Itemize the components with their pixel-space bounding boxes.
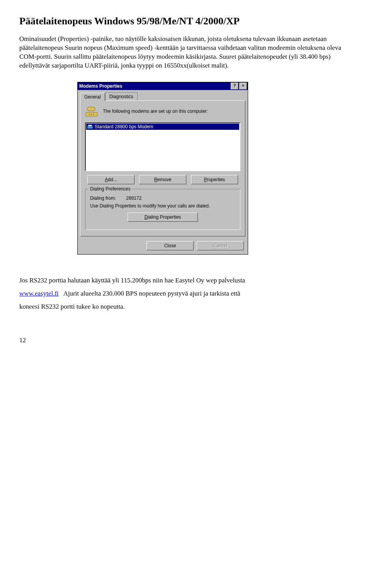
svg-point-4 xyxy=(93,114,94,115)
paragraph-2: Jos RS232 porttia halutaan käyttää yli 1… xyxy=(19,274,352,313)
list-item[interactable]: Standard 28800 bps Modem xyxy=(86,124,239,130)
dialog-bottom-buttons: Close Cancel xyxy=(78,239,248,254)
properties-button[interactable]: Properties xyxy=(191,175,238,184)
tab-general[interactable]: General xyxy=(80,93,105,101)
tab-diagnostics[interactable]: Diagnostics xyxy=(105,92,138,100)
page-heading: Päätelaitenopeus Windows 95/98/Me/NT 4/2… xyxy=(19,15,352,27)
tab-panel-general: The following modems are set up on this … xyxy=(80,100,245,236)
info-text: The following modems are set up on this … xyxy=(103,109,208,114)
svg-point-2 xyxy=(89,114,90,115)
modem-listbox[interactable]: Standard 28800 bps Modem xyxy=(85,122,240,171)
phone-icon xyxy=(85,105,98,118)
close-icon[interactable]: × xyxy=(239,83,247,90)
tab-row: General Diagnostics xyxy=(80,92,245,100)
remove-button[interactable]: Remove xyxy=(139,175,186,184)
add-button[interactable]: Add... xyxy=(87,175,134,184)
paragraph-1: Ominaisuudet (Properties) -painike, tuo … xyxy=(19,35,352,70)
dialog-titlebar[interactable]: Modems Properties ? × xyxy=(78,82,248,90)
dialing-hint: Use Dialing Properties to modify how you… xyxy=(90,203,235,209)
list-item-label: Standard 28800 bps Modem xyxy=(95,124,153,129)
dialing-from-label: Dialing from: xyxy=(90,195,125,201)
dialing-from-value: 289172 xyxy=(126,195,141,201)
dialing-properties-button[interactable]: Dialing Properties xyxy=(128,212,198,222)
svg-rect-6 xyxy=(88,125,92,126)
modems-properties-dialog: Modems Properties ? × General Diagnostic… xyxy=(77,82,248,255)
svg-rect-1 xyxy=(87,107,95,111)
modem-icon xyxy=(87,124,93,129)
svg-point-3 xyxy=(91,114,92,115)
dialog-title: Modems Properties xyxy=(79,83,230,89)
easytel-link[interactable]: www.easytel.fi xyxy=(19,290,59,297)
cancel-button[interactable]: Cancel xyxy=(197,241,244,250)
page-number: 12 xyxy=(19,336,352,344)
groupbox-label: Dialing Preferences xyxy=(88,186,132,192)
list-button-row: Add... Remove Properties xyxy=(85,175,240,184)
dialing-preferences-group: Dialing Preferences Dialing from: 289172… xyxy=(85,189,240,230)
close-button[interactable]: Close xyxy=(146,241,194,250)
help-button[interactable]: ? xyxy=(231,83,238,90)
